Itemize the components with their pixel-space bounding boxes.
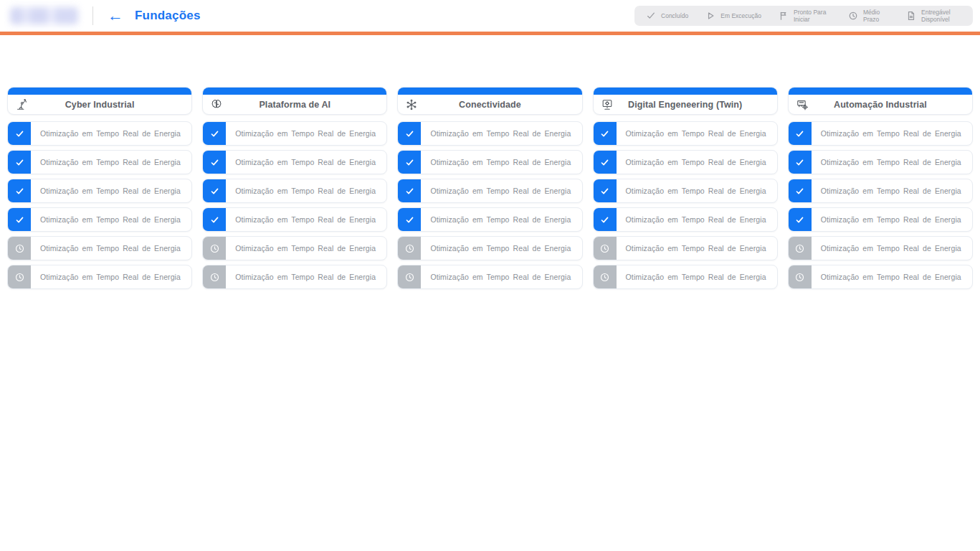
task-label: Otimização em Tempo Real de Energia (31, 129, 181, 138)
category-column: Conectividade Otimização em Tempo Real d… (397, 87, 582, 289)
task-label: Otimização em Tempo Real de Energia (617, 215, 766, 224)
task-card[interactable]: Otimização em Tempo Real de Energia (7, 150, 192, 174)
legend-label: Concluído (661, 12, 688, 19)
category-column: Plataforma de AI Otimização em Tempo Rea… (202, 87, 387, 289)
task-card[interactable]: Otimização em Tempo Real de Energia (593, 150, 778, 174)
legend-item-medio-prazo: Médio Prazo (848, 9, 889, 23)
task-label: Otimização em Tempo Real de Energia (617, 273, 766, 281)
task-card[interactable]: Otimização em Tempo Real de Energia (397, 179, 582, 203)
legend-label: Entregável Disponível (921, 9, 961, 23)
clock-icon (203, 237, 226, 260)
task-card[interactable]: Otimização em Tempo Real de Energia (7, 265, 192, 289)
category-header-card[interactable]: Cyber Industrial (7, 87, 192, 115)
check-icon (789, 179, 812, 202)
task-label: Otimização em Tempo Real de Energia (31, 244, 181, 253)
document-icon (906, 11, 916, 21)
legend-item-pronto-para-iniciar: Pronto Para Iniciar (779, 9, 831, 23)
brain-icon (209, 98, 224, 112)
status-legend: Concluído Em Excecução Pronto Para Inici… (634, 6, 973, 26)
task-card[interactable]: Otimização em Tempo Real de Energia (593, 121, 778, 146)
category-column: Automação Industrial Otimização em Tempo… (788, 87, 973, 289)
task-label: Otimização em Tempo Real de Energia (31, 158, 181, 166)
task-label: Otimização em Tempo Real de Energia (812, 158, 961, 166)
task-card[interactable]: Otimização em Tempo Real de Energia (788, 150, 973, 174)
task-card[interactable]: Otimização em Tempo Real de Energia (202, 150, 387, 174)
check-icon (203, 151, 226, 174)
task-card[interactable]: Otimização em Tempo Real de Energia (7, 207, 192, 232)
task-list: Otimização em Tempo Real de Energia Otim… (788, 121, 973, 289)
play-icon (705, 11, 715, 21)
logo-blurred (10, 7, 78, 24)
task-card[interactable]: Otimização em Tempo Real de Energia (593, 265, 778, 289)
clock-icon (8, 265, 31, 288)
category-header-card[interactable]: Digital Engeneering (Twin) (593, 87, 778, 115)
digital-twin-icon (600, 98, 614, 112)
task-label: Otimização em Tempo Real de Energia (226, 273, 376, 281)
task-card[interactable]: Otimização em Tempo Real de Energia (202, 207, 387, 232)
task-label: Otimização em Tempo Real de Energia (226, 187, 376, 195)
task-label: Otimização em Tempo Real de Energia (421, 273, 571, 281)
task-card[interactable]: Otimização em Tempo Real de Energia (397, 236, 582, 260)
check-icon (398, 122, 421, 145)
category-column: Digital Engeneering (Twin) Otimização em… (593, 87, 778, 289)
clock-icon (789, 265, 812, 288)
check-icon (8, 208, 31, 231)
task-card[interactable]: Otimização em Tempo Real de Energia (788, 265, 973, 289)
clock-icon (789, 237, 812, 260)
category-accent-bar (594, 88, 777, 95)
task-card[interactable]: Otimização em Tempo Real de Energia (397, 207, 582, 232)
task-card[interactable]: Otimização em Tempo Real de Energia (397, 121, 582, 146)
check-icon (789, 151, 812, 174)
task-label: Otimização em Tempo Real de Energia (617, 158, 766, 166)
task-label: Otimização em Tempo Real de Energia (421, 244, 571, 253)
category-title: Plataforma de AI (203, 100, 386, 110)
check-icon (203, 122, 226, 145)
category-header-card[interactable]: Plataforma de AI (202, 87, 387, 115)
task-card[interactable]: Otimização em Tempo Real de Energia (202, 236, 387, 260)
clock-icon (594, 237, 617, 260)
check-icon (398, 179, 421, 202)
top-bar: ← Fundações Concluído Em Excecução Pront… (0, 0, 980, 32)
task-card[interactable]: Otimização em Tempo Real de Energia (202, 179, 387, 203)
task-card[interactable]: Otimização em Tempo Real de Energia (593, 179, 778, 203)
task-card[interactable]: Otimização em Tempo Real de Energia (788, 207, 973, 232)
check-icon (8, 179, 31, 202)
check-icon (398, 151, 421, 174)
task-card[interactable]: Otimização em Tempo Real de Energia (593, 236, 778, 260)
task-card[interactable]: Otimização em Tempo Real de Energia (593, 207, 778, 232)
task-label: Otimização em Tempo Real de Energia (617, 187, 766, 195)
check-icon (594, 151, 617, 174)
task-label: Otimização em Tempo Real de Energia (226, 215, 376, 224)
category-header-card[interactable]: Conectividade (397, 87, 582, 115)
task-label: Otimização em Tempo Real de Energia (812, 215, 961, 224)
task-label: Otimização em Tempo Real de Energia (31, 273, 181, 281)
legend-label: Em Excecução (720, 12, 761, 19)
check-icon (789, 122, 812, 145)
task-card[interactable]: Otimização em Tempo Real de Energia (788, 179, 973, 203)
task-label: Otimização em Tempo Real de Energia (812, 187, 961, 195)
clock-icon (594, 265, 617, 288)
check-icon (646, 11, 656, 21)
legend-label: Pronto Para Iniciar (794, 9, 831, 23)
task-card[interactable]: Otimização em Tempo Real de Energia (202, 121, 387, 146)
task-card[interactable]: Otimização em Tempo Real de Energia (397, 150, 582, 174)
legend-label: Médio Prazo (863, 9, 889, 23)
back-button[interactable]: ← (105, 6, 126, 25)
task-card[interactable]: Otimização em Tempo Real de Energia (202, 265, 387, 289)
task-label: Otimização em Tempo Real de Energia (226, 158, 376, 166)
category-header-card[interactable]: Automação Industrial (788, 87, 973, 115)
category-accent-bar (398, 88, 581, 95)
task-card[interactable]: Otimização em Tempo Real de Energia (397, 265, 582, 289)
task-card[interactable]: Otimização em Tempo Real de Energia (7, 179, 192, 203)
task-card[interactable]: Otimização em Tempo Real de Energia (7, 236, 192, 260)
task-card[interactable]: Otimização em Tempo Real de Energia (788, 236, 973, 260)
flag-icon (779, 11, 789, 21)
task-card[interactable]: Otimização em Tempo Real de Energia (788, 121, 973, 146)
clock-icon (398, 265, 421, 288)
category-title: Digital Engeneering (Twin) (594, 100, 777, 110)
orange-divider-rule (0, 32, 980, 35)
check-icon (594, 122, 617, 145)
task-card[interactable]: Otimização em Tempo Real de Energia (7, 121, 192, 146)
task-label: Otimização em Tempo Real de Energia (421, 187, 571, 195)
task-label: Otimização em Tempo Real de Energia (421, 129, 571, 138)
